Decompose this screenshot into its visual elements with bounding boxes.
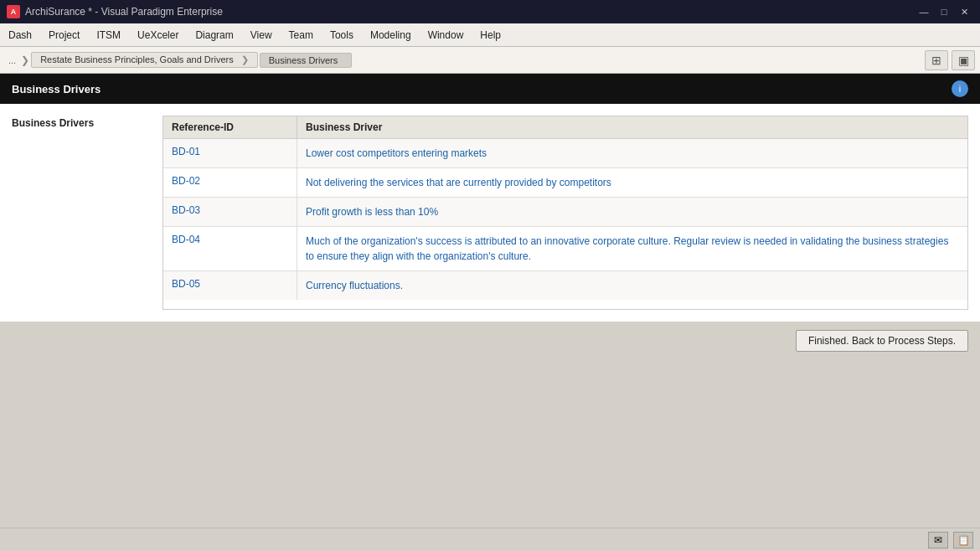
minimize-button[interactable]: — xyxy=(915,4,933,19)
section-header: Business Drivers i xyxy=(0,74,980,104)
breadcrumb-bar: ... ❯ Restate Business Principles, Goals… xyxy=(0,47,980,74)
menu-item-help[interactable]: Help xyxy=(472,23,509,46)
cell-driver-bd-05: Currency fluctuations. xyxy=(297,271,967,300)
cell-driver-bd-02: Not delivering the services that are cur… xyxy=(297,168,967,197)
table-body: BD-01Lower cost competitors entering mar… xyxy=(163,139,967,300)
breadcrumb-dots[interactable]: ... xyxy=(5,54,19,67)
table-row: BD-01Lower cost competitors entering mar… xyxy=(163,139,967,168)
cell-driver-bd-01: Lower cost competitors entering markets xyxy=(297,139,967,167)
cell-ref-bd-03: BD-03 xyxy=(163,198,297,226)
breadcrumb-grid-icon[interactable]: ⊞ xyxy=(925,50,948,70)
table-row: BD-03Profit growth is less than 10% xyxy=(163,198,967,227)
menu-item-modeling[interactable]: Modeling xyxy=(362,23,420,46)
cell-ref-bd-05: BD-05 xyxy=(163,271,297,300)
breadcrumb-window-icon[interactable]: ▣ xyxy=(952,50,975,70)
table-header: Reference-ID Business Driver xyxy=(163,116,967,139)
sidebar-label: Business Drivers xyxy=(12,116,162,310)
doc-icon[interactable]: 📋 xyxy=(953,532,973,548)
status-bar: ✉ 📋 xyxy=(0,528,980,551)
cell-ref-bd-04: BD-04 xyxy=(163,227,297,270)
app-icon: A xyxy=(7,5,20,18)
title-bar: A ArchiSurance * - Visual Paradigm Enter… xyxy=(0,0,980,23)
table-row: BD-02Not delivering the services that ar… xyxy=(163,168,967,198)
cell-driver-bd-03: Profit growth is less than 10% xyxy=(297,198,967,226)
menu-item-team[interactable]: Team xyxy=(281,23,322,46)
menu-item-diagram[interactable]: Diagram xyxy=(187,23,241,46)
menu-item-dash[interactable]: Dash xyxy=(0,23,40,46)
cell-ref-bd-01: BD-01 xyxy=(163,139,297,167)
col-header-driver: Business Driver xyxy=(297,116,967,138)
finished-button[interactable]: Finished. Back to Process Steps. xyxy=(796,330,968,352)
title-bar-text: ArchiSurance * - Visual Paradigm Enterpr… xyxy=(25,6,223,18)
col-header-ref: Reference-ID xyxy=(163,116,297,138)
workspace-area xyxy=(0,360,980,524)
cell-ref-bd-02: BD-02 xyxy=(163,168,297,197)
table-row: BD-05Currency fluctuations. xyxy=(163,271,967,300)
close-button[interactable]: ✕ xyxy=(955,4,973,19)
breadcrumb-item-principles[interactable]: Restate Business Principles, Goals and D… xyxy=(31,52,258,68)
table-row: BD-04Much of the organization's success … xyxy=(163,227,967,271)
bottom-bar: Finished. Back to Process Steps. xyxy=(0,322,980,360)
section-header-title: Business Drivers xyxy=(12,83,101,95)
breadcrumb-item-drivers[interactable]: Business Drivers xyxy=(260,53,353,68)
section-header-badge[interactable]: i xyxy=(952,80,968,97)
menu-item-uexceler[interactable]: UeXceler xyxy=(129,23,187,46)
main-content: Business Drivers Reference-ID Business D… xyxy=(0,104,980,322)
menu-item-tools[interactable]: Tools xyxy=(322,23,362,46)
menu-bar: Dash Project ITSM UeXceler Diagram View … xyxy=(0,23,980,47)
title-bar-left: A ArchiSurance * - Visual Paradigm Enter… xyxy=(7,5,223,18)
menu-item-project[interactable]: Project xyxy=(40,23,88,46)
menu-item-window[interactable]: Window xyxy=(420,23,472,46)
email-icon[interactable]: ✉ xyxy=(928,532,948,548)
menu-item-itsm[interactable]: ITSM xyxy=(88,23,129,46)
business-drivers-table: Reference-ID Business Driver BD-01Lower … xyxy=(162,116,968,310)
maximize-button[interactable]: □ xyxy=(935,4,953,19)
title-bar-controls: — □ ✕ xyxy=(915,4,973,19)
cell-driver-bd-04: Much of the organization's success is at… xyxy=(297,227,967,270)
menu-item-view[interactable]: View xyxy=(242,23,281,46)
breadcrumb-arrow-1: ❯ xyxy=(21,54,29,66)
breadcrumb-icons: ⊞ ▣ xyxy=(925,50,975,70)
